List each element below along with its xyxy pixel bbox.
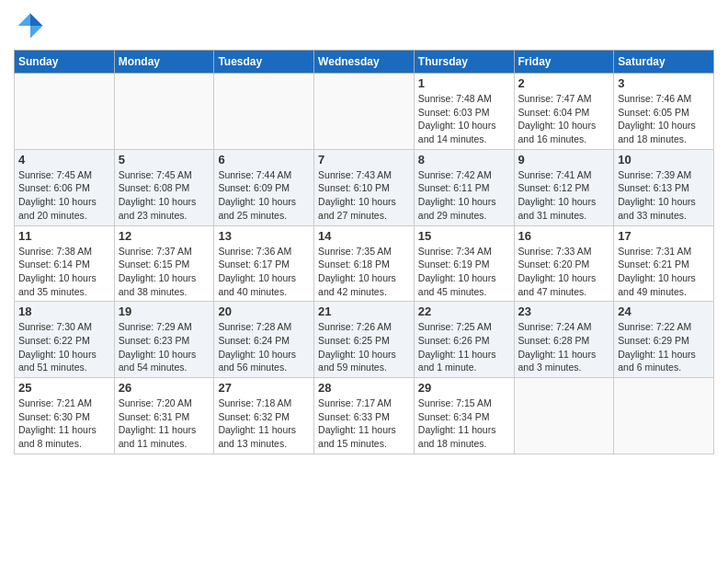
day-cell [514,378,614,454]
day-cell: 19Sunrise: 7:29 AM Sunset: 6:23 PM Dayli… [114,302,214,378]
day-number: 21 [318,304,410,318]
day-info: Sunrise: 7:45 AM Sunset: 6:06 PM Dayligh… [18,168,110,223]
day-number: 22 [418,304,510,318]
day-number: 11 [18,229,110,243]
day-info: Sunrise: 7:47 AM Sunset: 6:04 PM Dayligh… [518,92,610,146]
day-number: 15 [418,229,510,243]
day-number: 29 [418,381,510,395]
day-cell: 4Sunrise: 7:45 AM Sunset: 6:06 PM Daylig… [15,149,115,225]
logo [14,9,51,42]
day-info: Sunrise: 7:39 AM Sunset: 6:13 PM Dayligh… [618,168,710,223]
day-info: Sunrise: 7:41 AM Sunset: 6:12 PM Dayligh… [518,168,610,223]
day-info: Sunrise: 7:25 AM Sunset: 6:26 PM Dayligh… [418,320,510,374]
day-number: 2 [518,76,610,90]
col-header-sunday: Sunday [15,51,115,74]
day-number: 3 [618,76,710,90]
day-info: Sunrise: 7:20 AM Sunset: 6:31 PM Dayligh… [119,396,210,451]
svg-marker-2 [18,14,31,27]
day-number: 23 [518,304,610,318]
day-cell: 25Sunrise: 7:21 AM Sunset: 6:30 PM Dayli… [15,378,115,454]
day-number: 26 [119,381,210,395]
day-info: Sunrise: 7:44 AM Sunset: 6:09 PM Dayligh… [218,168,310,223]
day-cell: 8Sunrise: 7:42 AM Sunset: 6:11 PM Daylig… [414,149,514,225]
day-number: 13 [218,229,310,243]
day-cell: 22Sunrise: 7:25 AM Sunset: 6:26 PM Dayli… [414,302,514,378]
day-cell: 15Sunrise: 7:34 AM Sunset: 6:19 PM Dayli… [414,225,514,302]
day-info: Sunrise: 7:28 AM Sunset: 6:24 PM Dayligh… [218,320,310,374]
day-cell: 27Sunrise: 7:18 AM Sunset: 6:32 PM Dayli… [214,378,314,454]
calendar-table: SundayMondayTuesdayWednesdayThursdayFrid… [14,50,714,454]
col-header-tuesday: Tuesday [214,51,314,74]
day-cell: 24Sunrise: 7:22 AM Sunset: 6:29 PM Dayli… [614,302,714,378]
day-info: Sunrise: 7:34 AM Sunset: 6:19 PM Dayligh… [418,245,510,299]
day-cell [15,74,115,150]
day-number: 1 [418,76,510,90]
page: SundayMondayTuesdayWednesdayThursdayFrid… [0,0,728,563]
day-cell: 11Sunrise: 7:38 AM Sunset: 6:14 PM Dayli… [15,225,115,302]
day-cell: 2Sunrise: 7:47 AM Sunset: 6:04 PM Daylig… [514,74,614,150]
day-cell: 1Sunrise: 7:48 AM Sunset: 6:03 PM Daylig… [414,74,514,150]
day-number: 7 [318,153,410,167]
day-cell: 9Sunrise: 7:41 AM Sunset: 6:12 PM Daylig… [514,149,614,225]
day-cell: 5Sunrise: 7:45 AM Sunset: 6:08 PM Daylig… [114,149,214,225]
week-row-5: 25Sunrise: 7:21 AM Sunset: 6:30 PM Dayli… [15,378,714,454]
day-number: 5 [119,153,210,167]
calendar-header: SundayMondayTuesdayWednesdayThursdayFrid… [15,51,714,74]
day-info: Sunrise: 7:48 AM Sunset: 6:03 PM Dayligh… [418,92,510,146]
svg-marker-0 [30,14,43,27]
day-cell: 3Sunrise: 7:46 AM Sunset: 6:05 PM Daylig… [614,74,714,150]
day-cell: 29Sunrise: 7:15 AM Sunset: 6:34 PM Dayli… [414,378,514,454]
day-info: Sunrise: 7:24 AM Sunset: 6:28 PM Dayligh… [518,320,610,374]
day-cell [314,74,415,150]
day-number: 4 [18,153,110,167]
day-info: Sunrise: 7:37 AM Sunset: 6:15 PM Dayligh… [119,245,210,299]
week-row-4: 18Sunrise: 7:30 AM Sunset: 6:22 PM Dayli… [15,302,714,378]
day-info: Sunrise: 7:43 AM Sunset: 6:10 PM Dayligh… [318,168,410,223]
day-info: Sunrise: 7:42 AM Sunset: 6:11 PM Dayligh… [418,168,510,223]
day-cell [114,74,214,150]
header [14,9,714,42]
svg-marker-1 [30,26,43,39]
day-cell: 28Sunrise: 7:17 AM Sunset: 6:33 PM Dayli… [314,378,415,454]
week-row-3: 11Sunrise: 7:38 AM Sunset: 6:14 PM Dayli… [15,225,714,302]
col-header-thursday: Thursday [414,51,514,74]
day-cell: 6Sunrise: 7:44 AM Sunset: 6:09 PM Daylig… [214,149,314,225]
day-info: Sunrise: 7:22 AM Sunset: 6:29 PM Dayligh… [618,320,710,374]
day-info: Sunrise: 7:26 AM Sunset: 6:25 PM Dayligh… [318,320,410,374]
day-cell: 23Sunrise: 7:24 AM Sunset: 6:28 PM Dayli… [514,302,614,378]
day-info: Sunrise: 7:31 AM Sunset: 6:21 PM Dayligh… [618,245,710,299]
day-info: Sunrise: 7:33 AM Sunset: 6:20 PM Dayligh… [518,245,610,299]
day-info: Sunrise: 7:17 AM Sunset: 6:33 PM Dayligh… [318,396,410,451]
day-info: Sunrise: 7:29 AM Sunset: 6:23 PM Dayligh… [119,320,210,374]
logo-icon [14,9,47,42]
day-cell [614,378,714,454]
day-number: 19 [119,304,210,318]
header-row: SundayMondayTuesdayWednesdayThursdayFrid… [15,51,714,74]
day-cell [214,74,314,150]
week-row-1: 1Sunrise: 7:48 AM Sunset: 6:03 PM Daylig… [15,74,714,150]
day-number: 10 [618,153,710,167]
day-number: 16 [518,229,610,243]
day-number: 24 [618,304,710,318]
day-cell: 14Sunrise: 7:35 AM Sunset: 6:18 PM Dayli… [314,225,415,302]
col-header-friday: Friday [514,51,614,74]
calendar-body: 1Sunrise: 7:48 AM Sunset: 6:03 PM Daylig… [15,74,714,454]
day-cell: 26Sunrise: 7:20 AM Sunset: 6:31 PM Dayli… [114,378,214,454]
day-cell: 16Sunrise: 7:33 AM Sunset: 6:20 PM Dayli… [514,225,614,302]
day-number: 14 [318,229,410,243]
day-info: Sunrise: 7:15 AM Sunset: 6:34 PM Dayligh… [418,396,510,451]
day-info: Sunrise: 7:36 AM Sunset: 6:17 PM Dayligh… [218,245,310,299]
day-number: 17 [618,229,710,243]
day-number: 28 [318,381,410,395]
col-header-wednesday: Wednesday [314,51,415,74]
day-cell: 18Sunrise: 7:30 AM Sunset: 6:22 PM Dayli… [15,302,115,378]
day-number: 27 [218,381,310,395]
day-info: Sunrise: 7:18 AM Sunset: 6:32 PM Dayligh… [218,396,310,451]
day-cell: 17Sunrise: 7:31 AM Sunset: 6:21 PM Dayli… [614,225,714,302]
day-cell: 13Sunrise: 7:36 AM Sunset: 6:17 PM Dayli… [214,225,314,302]
day-cell: 10Sunrise: 7:39 AM Sunset: 6:13 PM Dayli… [614,149,714,225]
day-info: Sunrise: 7:35 AM Sunset: 6:18 PM Dayligh… [318,245,410,299]
day-info: Sunrise: 7:38 AM Sunset: 6:14 PM Dayligh… [18,245,110,299]
col-header-saturday: Saturday [614,51,714,74]
day-info: Sunrise: 7:30 AM Sunset: 6:22 PM Dayligh… [18,320,110,374]
